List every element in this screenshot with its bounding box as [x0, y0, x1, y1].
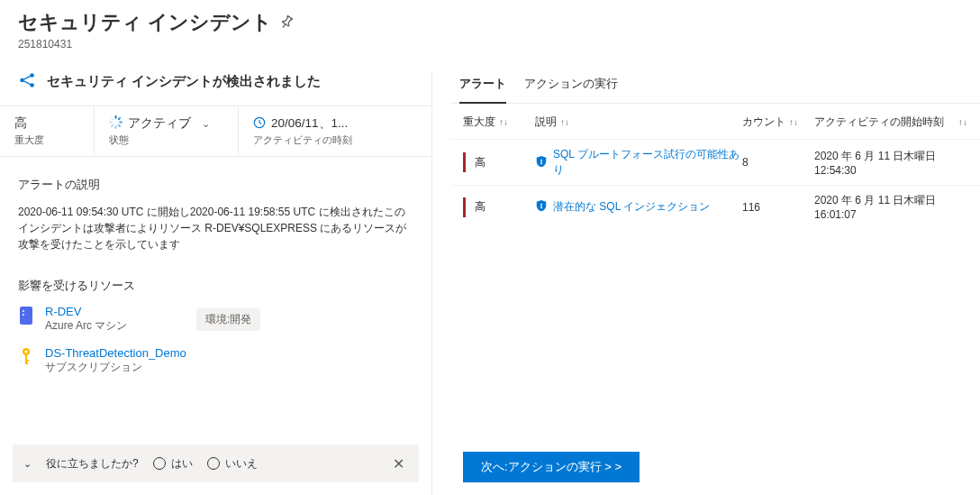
svg-point-25	[540, 204, 542, 206]
row-count: 8	[742, 156, 814, 169]
metrics-row: 高 重大度 アクティブ ⌄ 状態	[0, 105, 431, 157]
metric-time-value: 20/06/11、1...	[271, 115, 348, 132]
row-description[interactable]: SQL ブルートフォース試行の可能性あり	[553, 147, 742, 178]
feedback-no-label: いいえ	[225, 456, 258, 472]
severity-bar	[463, 197, 466, 217]
svg-line-5	[23, 81, 30, 85]
sort-icon: ↑↓	[499, 117, 508, 127]
chevron-down-icon[interactable]: ⌄	[202, 118, 210, 130]
metric-time-label: アクティビティの時刻	[253, 133, 417, 147]
key-icon	[18, 346, 34, 368]
table-row[interactable]: 高 SQL ブルートフォース試行の可能性あり 8 2020 年 6 月 11 日…	[450, 139, 980, 185]
svg-point-2	[30, 73, 34, 78]
metric-severity-label: 重大度	[14, 133, 79, 147]
description-heading: アラートの説明	[18, 177, 413, 193]
tabs: アラート アクションの実行	[450, 70, 980, 104]
svg-line-11	[112, 125, 113, 126]
th-severity[interactable]: 重大度↑↓	[463, 115, 535, 130]
resource-item: DS-ThreatDetection_Demo サブスクリプション	[18, 346, 413, 375]
clock-icon	[253, 116, 266, 132]
resource-tag: 環境:開発	[196, 308, 260, 331]
svg-line-7	[119, 118, 120, 119]
svg-rect-24	[540, 161, 541, 165]
svg-point-3	[30, 83, 34, 87]
metric-time: 20/06/11、1... アクティビティの時刻	[238, 106, 431, 156]
table-row[interactable]: 高 潜在的な SQL インジェクション 116 2020 年 6 月 11 日木…	[450, 185, 980, 228]
chevron-down-icon[interactable]: ⌄	[23, 458, 32, 470]
left-pane: セキュリティ インシデントが検出されました 高 重大度 アクティブ ⌄ 状態	[0, 70, 432, 495]
tab-alerts[interactable]: アラート	[459, 70, 506, 97]
feedback-bar: ⌄ 役に立ちましたか? はい いいえ ✕	[13, 445, 419, 482]
svg-point-16	[23, 310, 24, 312]
metric-status-value: アクティブ	[128, 115, 191, 132]
server-icon	[18, 305, 34, 326]
resource-link[interactable]: DS-ThreatDetection_Demo	[45, 346, 186, 360]
svg-point-23	[540, 159, 542, 160]
feedback-question: 役に立ちましたか?	[46, 456, 139, 472]
description-text: 2020-06-11 09:54:30 UTC に開始し2020-06-11 1…	[18, 204, 413, 252]
svg-rect-15	[20, 307, 32, 325]
row-time: 2020 年 6 月 11 日木曜日 16:01:07	[814, 193, 967, 221]
incident-detected-title: セキュリティ インシデントが検出されました	[47, 73, 321, 90]
resource-type: サブスクリプション	[45, 360, 186, 375]
right-pane: アラート アクションの実行 重大度↑↓ 説明↑↓ カウント↑↓ アクティビティの…	[432, 70, 980, 495]
feedback-no-radio[interactable]: いいえ	[207, 456, 258, 472]
sort-icon: ↑↓	[958, 117, 967, 127]
sort-icon: ↑↓	[560, 117, 569, 127]
svg-point-17	[23, 314, 24, 316]
svg-point-1	[20, 78, 24, 83]
svg-point-19	[25, 351, 28, 353]
th-count[interactable]: カウント↑↓	[742, 115, 814, 130]
row-time: 2020 年 6 月 11 日木曜日 12:54:30	[814, 149, 967, 177]
pin-icon[interactable]	[277, 13, 296, 32]
sort-icon: ↑↓	[789, 117, 798, 127]
incident-id: 251810431	[18, 38, 962, 50]
svg-rect-21	[25, 360, 29, 362]
shield-icon	[535, 199, 548, 215]
row-severity: 高	[475, 199, 535, 215]
close-icon[interactable]: ✕	[389, 452, 408, 476]
resource-link[interactable]: R-DEV	[45, 305, 127, 318]
resource-item: R-DEV Azure Arc マシン 環境:開発	[18, 305, 413, 334]
svg-line-13	[112, 118, 113, 119]
row-count: 116	[742, 201, 814, 214]
row-description[interactable]: 潜在的な SQL インジェクション	[553, 199, 710, 215]
metric-status-label: 状態	[109, 133, 223, 147]
page-title: セキュリティ インシデント	[18, 9, 272, 36]
feedback-yes-radio[interactable]: はい	[153, 456, 193, 472]
metric-severity: 高 重大度	[0, 106, 94, 156]
metric-status[interactable]: アクティブ ⌄ 状態	[94, 106, 238, 156]
th-description[interactable]: 説明↑↓	[535, 115, 742, 130]
tab-actions[interactable]: アクションの実行	[524, 70, 618, 97]
th-time[interactable]: アクティビティの開始時刻↑↓	[814, 115, 967, 130]
resource-type: Azure Arc マシン	[45, 318, 127, 334]
page-header: セキュリティ インシデント 251810431	[0, 0, 980, 54]
svg-rect-26	[540, 206, 541, 209]
progress-icon	[109, 115, 122, 132]
svg-line-0	[283, 24, 286, 28]
next-action-button[interactable]: 次へ:アクションの実行 > >	[463, 452, 640, 482]
svg-rect-22	[25, 362, 28, 364]
svg-line-4	[23, 76, 30, 79]
shield-icon	[535, 155, 548, 170]
table-header: 重大度↑↓ 説明↑↓ カウント↑↓ アクティビティの開始時刻↑↓	[450, 104, 980, 139]
incident-icon	[18, 70, 38, 93]
svg-rect-20	[25, 354, 27, 363]
feedback-yes-label: はい	[171, 456, 193, 472]
metric-severity-value: 高	[14, 115, 79, 132]
resources-heading: 影響を受けるリソース	[18, 278, 413, 294]
svg-line-9	[119, 125, 120, 126]
severity-bar	[463, 152, 466, 172]
row-severity: 高	[475, 155, 535, 170]
